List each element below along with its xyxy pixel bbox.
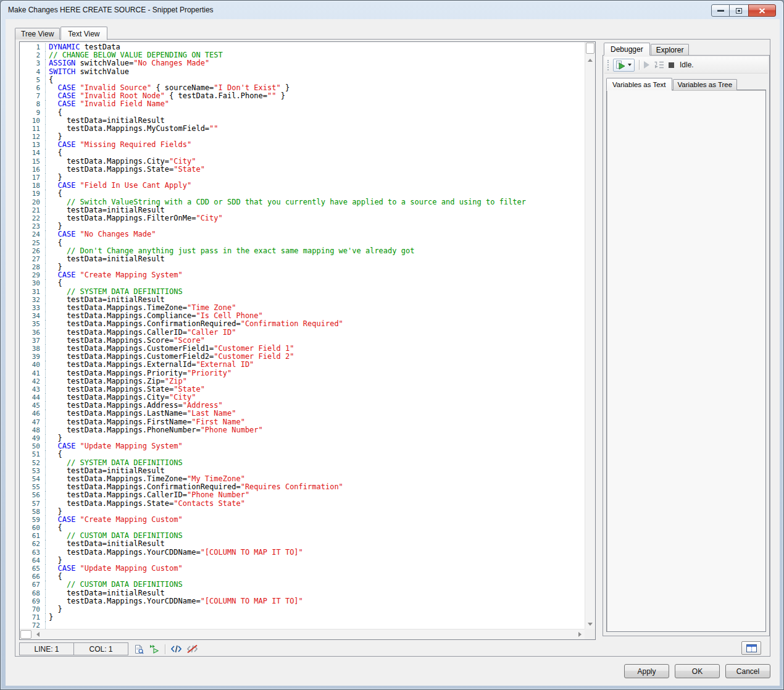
code-line[interactable]: 72 [20, 621, 585, 629]
line-number: 41 [20, 369, 46, 377]
tab-variables-as-tree[interactable]: Variables as Tree [673, 79, 738, 90]
minimize-button[interactable] [711, 4, 730, 17]
run-icon [616, 61, 625, 70]
line-number: 47 [20, 418, 46, 426]
cancel-button[interactable]: Cancel [725, 664, 770, 678]
line-number: 15 [20, 158, 46, 166]
code-line[interactable]: 4SWITCH switchValue [20, 68, 585, 76]
line-number: 65 [20, 565, 46, 573]
line-number: 57 [20, 500, 46, 508]
code-line-text: testData.Mappings.State="State" [46, 166, 205, 174]
line-number: 45 [20, 402, 46, 410]
code-line[interactable]: 13 CASE "Missing Required Fields" [20, 141, 585, 149]
line-number: 20 [20, 198, 46, 206]
code-line[interactable]: 50 CASE "Update Mapping System" [20, 442, 585, 450]
panel-toggle-icon [746, 644, 757, 652]
line-number: 36 [20, 329, 46, 337]
panel-toggle-button[interactable] [741, 641, 761, 655]
tab-debugger[interactable]: Debugger [604, 43, 650, 56]
code-line[interactable]: 71} [20, 613, 585, 621]
vertical-scrollbar[interactable] [585, 42, 595, 629]
line-number: 16 [20, 166, 46, 174]
line-number: 22 [20, 214, 46, 222]
dialog-footer: Apply OK Cancel [6, 657, 780, 686]
step-icon[interactable] [654, 61, 664, 69]
code-line[interactable]: 69 testData.Mappings.YourCDDName="[COLUM… [20, 597, 585, 605]
continue-icon[interactable] [644, 61, 649, 69]
code-line[interactable]: 24 CASE "No Changes Made" [20, 230, 585, 238]
validate-document-icon[interactable] [134, 644, 144, 654]
horizontal-scrollbar[interactable] [20, 629, 585, 639]
code-line[interactable]: 27 testData=initialResult [20, 255, 585, 263]
tab-variables-as-text[interactable]: Variables as Text [606, 78, 672, 91]
code-line[interactable]: 57 testData.Mappings.State="Contacts Sta… [20, 500, 585, 508]
code-line-text: testData.Mappings.MyCustomField="" [46, 125, 219, 133]
tab-tree-view[interactable]: Tree View [15, 28, 60, 40]
tab-text-view[interactable]: Text View [60, 27, 107, 40]
run-split-button[interactable] [613, 59, 635, 72]
code-line[interactable]: 59 CASE "Create Mapping Custom" [20, 516, 585, 524]
format-run-icon[interactable] [149, 644, 159, 654]
column-indicator: COL: 1 [73, 642, 128, 655]
scroll-down-icon[interactable] [588, 623, 593, 626]
line-number: 9 [20, 109, 46, 117]
window-title: Make Changes HERE CREATE SOURCE - Snippe… [8, 6, 214, 14]
code-line-text: CASE "Invalid Field Name" [46, 100, 169, 108]
close-icon [759, 8, 765, 14]
code-line[interactable]: 8 CASE "Invalid Field Name" [20, 100, 585, 108]
titlebar[interactable]: Make Changes HERE CREATE SOURCE - Snippe… [1, 1, 783, 19]
line-number: 11 [20, 125, 46, 133]
scroll-left-icon[interactable] [36, 632, 40, 637]
close-button[interactable] [748, 4, 776, 17]
stop-icon[interactable] [669, 62, 674, 68]
line-number: 28 [20, 263, 46, 271]
code-lines[interactable]: 1DYNAMIC testData2// CHANGE BELOW VALUE … [20, 42, 585, 629]
code-line-text: CASE "Create Mapping System" [46, 271, 183, 279]
code-line[interactable]: 18 CASE "Field In Use Cant Apply" [20, 182, 585, 190]
line-number: 62 [20, 540, 46, 548]
code-line[interactable]: 29 CASE "Create Mapping System" [20, 271, 585, 279]
line-number: 37 [20, 337, 46, 345]
apply-button[interactable]: Apply [624, 664, 669, 678]
line-number: 48 [20, 426, 46, 434]
restore-button[interactable] [729, 4, 749, 17]
code-editor[interactable]: 1DYNAMIC testData2// CHANGE BELOW VALUE … [19, 41, 596, 640]
editor-toolbar-icons [134, 644, 198, 654]
line-number: 27 [20, 255, 46, 263]
code-line[interactable]: 22 testData.Mappings.FilterOnMe="City" [20, 214, 585, 222]
code-line-text: CASE "Create Mapping Custom" [46, 516, 183, 524]
line-number: 67 [20, 581, 46, 589]
line-number: 12 [20, 133, 46, 141]
line-number: 58 [20, 508, 46, 516]
code-line-text: testData.Mappings.FilterOnMe="City" [46, 214, 223, 222]
code-line[interactable]: 48 testData.Mappings.PhoneNumber="Phone … [20, 426, 585, 434]
code-tags-icon[interactable] [171, 644, 181, 654]
code-line[interactable]: 11 testData.Mappings.MyCustomField="" [20, 125, 585, 133]
code-line-text: testData.Mappings.PhoneNumber="Phone Num… [46, 426, 263, 434]
line-number: 4 [20, 68, 46, 76]
code-line[interactable]: 63 testData.Mappings.YourCDDName="[COLUM… [20, 549, 585, 557]
line-number: 35 [20, 320, 46, 328]
code-line[interactable]: 65 CASE "Update Mapping Custom" [20, 565, 585, 573]
line-number: 18 [20, 182, 46, 190]
vertical-scrollbar-thumb[interactable] [586, 43, 594, 54]
restore-icon [736, 8, 742, 14]
code-line[interactable]: 16 testData.Mappings.State="State" [20, 166, 585, 174]
horizontal-scrollbar-thumb[interactable] [20, 630, 31, 639]
scroll-right-icon[interactable] [578, 632, 582, 637]
tab-explorer[interactable]: Explorer [651, 44, 690, 55]
code-line-text: } [46, 613, 53, 621]
ok-button[interactable]: OK [675, 664, 720, 678]
code-line[interactable]: 70 } [20, 605, 585, 613]
toolbar-separator [165, 644, 165, 654]
toolbar-grip[interactable] [607, 60, 609, 70]
line-number: 43 [20, 385, 46, 393]
code-tags-disabled-icon[interactable] [187, 644, 198, 654]
minimize-icon [717, 10, 724, 12]
line-number: 61 [20, 532, 46, 540]
line-number: 50 [20, 442, 46, 450]
run-dropdown-caret-icon[interactable] [628, 64, 632, 66]
scroll-up-icon[interactable] [588, 59, 593, 62]
line-number: 14 [20, 149, 46, 157]
line-number: 44 [20, 393, 46, 402]
